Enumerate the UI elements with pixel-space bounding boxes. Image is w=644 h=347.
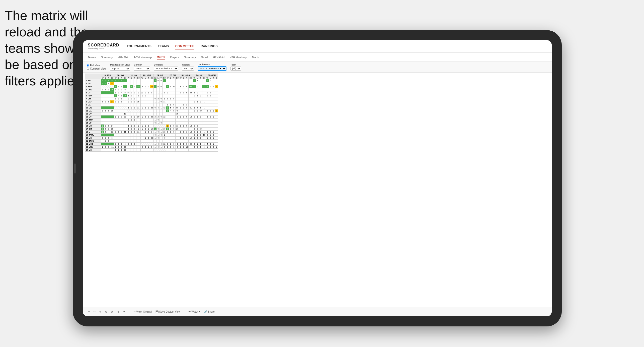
top-nav: SCOREBOARD Powered by clippd TOURNAMENTS… — [83, 40, 552, 53]
table-row: 23. UNM 200-21 20025 0010 1010 1010 1110… — [85, 146, 218, 149]
col-asu: 3. ASU — [101, 74, 114, 77]
tablet-screen: SCOREBOARD Powered by clippd TOURNAMENTS… — [83, 40, 552, 316]
view-options: Full View Compact View — [87, 64, 106, 70]
view-original-button[interactable]: 👁 View: Original — [133, 310, 152, 313]
nav-tournaments[interactable]: TOURNAMENTS — [127, 43, 152, 49]
subnav-h2hheatmap1[interactable]: H2H Heatmap — [134, 55, 152, 60]
zoom-out-button[interactable]: ⊖ — [105, 310, 107, 313]
subnav-summary1[interactable]: Summary — [101, 55, 113, 60]
nav-rankings[interactable]: RANKINGS — [201, 43, 218, 49]
table-row: 2. VU 12012 — [85, 82, 218, 85]
table-row: 17. GIT 10110 1101 10110 10110 01020 302… — [85, 128, 218, 131]
subnav-detail[interactable]: Detail — [201, 55, 208, 60]
matrix-scroll[interactable]: 3. ASU 10. UW 11. UA 22. UCB 24. UO 27. … — [83, 73, 552, 307]
col-ucla: 31. UCLA — [179, 74, 193, 77]
region-filter: Region N/A East West — [182, 64, 194, 71]
table-row: 1. AU 12023 010 20027 010 10 — [85, 79, 218, 82]
full-view-option[interactable]: Full View — [87, 64, 106, 67]
nav-items: TOURNAMENTS TEAMS COMMITTEE RANKINGS — [127, 43, 547, 49]
table-row: 16. UO 21014 1201 110 21011 11013 02 — [85, 125, 218, 128]
division-select[interactable]: NCAA Division I NCAA Division II NCAA Di… — [154, 67, 178, 71]
max-teams-select[interactable]: Top 25 Top 10 Top 50 — [110, 67, 130, 71]
matrix-table: 3. ASU 10. UW 11. UA 22. UCB 24. UO 27. … — [85, 74, 218, 152]
sch-asu-t: T — [107, 77, 110, 79]
undo-button[interactable]: ↩ — [88, 310, 90, 313]
logo-area: SCOREBOARD Powered by clippd — [88, 43, 119, 50]
nav-teams[interactable]: TEAMS — [158, 43, 169, 49]
nav-committee[interactable]: COMMITTEE — [175, 43, 195, 49]
table-row: 9. UA 010 01 — [85, 103, 218, 106]
share-button-toolbar[interactable]: 🔗 Share — [204, 310, 215, 313]
table-row: 4. UNC 10136 0110 — [85, 88, 218, 91]
table-row: 3. ASU 04080 050120 02048 100 0052 60016… — [85, 85, 218, 88]
division-filter: Division NCAA Division I NCAA Division I… — [154, 64, 178, 71]
save-custom-button[interactable]: 💾 Save Custom View — [155, 310, 180, 313]
col-ucb: 22. UCB — [141, 74, 154, 77]
table-row: 6. FSU 14025 101 10 010 02 — [85, 94, 218, 97]
sch-asu-dif: Dif — [110, 77, 114, 79]
col-ua: 11. UA — [127, 74, 141, 77]
subnav-teams[interactable]: Teams — [88, 55, 96, 60]
tablet-frame: SCOREBOARD Powered by clippd TOURNAMENTS… — [73, 30, 562, 326]
col-su: 27. SU — [166, 74, 179, 77]
subnav-players[interactable]: Players — [170, 55, 179, 60]
table-row: 11. UA 10010 34040 0320 3011 — [85, 109, 218, 112]
col-uw: 10. UW — [114, 74, 127, 77]
toolbar-divider2 — [184, 309, 184, 314]
logo-text: SCOREBOARD — [88, 43, 119, 47]
conference-filter: Conference Pac-12 Conference ▾ (All) — [198, 63, 226, 71]
sch-asu-l: L — [104, 77, 107, 79]
watch-button[interactable]: 👁 Watch ▾ — [188, 310, 200, 313]
bottom-toolbar: ↩ ↪ ↺ ⊖ ⊕- ⊕ ⟳ 👁 View: Original 💾 Save C… — [83, 307, 552, 316]
col-uo: 24. UO — [153, 74, 166, 77]
max-teams-filter: Max teams in view Top 25 Top 10 Top 50 — [110, 64, 130, 71]
reset-button[interactable]: ↺ — [99, 310, 101, 313]
subnav-matrix1[interactable]: Matrix — [157, 54, 165, 60]
table-row: 13. UT 22122 0230 12028 22012 0 21018 01… — [85, 115, 218, 119]
table-row: 14. TTU 010 10 — [85, 119, 218, 122]
table-row: 20. UG 010-34 1023 1040 01019 100 101 — [85, 137, 218, 140]
filter-row: Full View Compact View Max teams in view… — [83, 62, 552, 73]
subnav-matrix2[interactable]: Matrix — [252, 55, 260, 60]
subnav-h2hgrid1[interactable]: H2H Grid — [118, 55, 129, 60]
table-row: 24. UO 02029 — [85, 149, 218, 152]
table-row: 19. TAMU 0101 01013 010 — [85, 134, 218, 137]
team-filter: Team (All) — [230, 64, 241, 71]
logo-sub: Powered by clippd — [88, 47, 119, 50]
table-row: 15. UF 010 — [85, 122, 218, 125]
table-row: 7. UM 010 010 0201 010 — [85, 97, 218, 100]
conference-select[interactable]: Pac-12 Conference ▾ (All) — [198, 66, 226, 71]
region-select[interactable]: N/A East West — [182, 67, 194, 71]
table-row: 12. UV 10 15 — [85, 112, 218, 115]
corner-cell — [85, 74, 101, 79]
zoom-in-button[interactable]: ⊕ — [117, 310, 119, 313]
gender-select[interactable]: Men's Women's — [134, 67, 150, 71]
table-row: 8. UAF 01014 120 01015 11011 0101 — [85, 100, 218, 103]
table-row: 18. U 2011 10111 11011 101 10113 010 101… — [85, 131, 218, 134]
sub-nav: Teams Summary H2H Grid H2H Heatmap Matri… — [83, 53, 552, 62]
col-uu: 54. UU — [193, 74, 206, 77]
team-select[interactable]: (All) — [230, 67, 241, 71]
redo-button[interactable]: ↪ — [94, 310, 96, 313]
table-row: 21. ETSU 10 — [85, 140, 218, 143]
compact-view-option[interactable]: Compact View — [87, 67, 106, 70]
gender-filter: Gender Men's Women's — [134, 64, 150, 71]
col-osu: 57. OSU — [206, 74, 218, 77]
table-row: 22. UCB 1303 03044 14012 0103 03044 3118… — [85, 143, 218, 146]
zoom-fit-button[interactable]: ⊕- — [111, 310, 114, 313]
table-row: 5. UT 0140 35010 22010 110 2 01040 10 02 — [85, 91, 218, 94]
table-row: 10. UW 13011 13032 04172 25066 12051 145… — [85, 106, 218, 109]
subnav-h2hheatmap2[interactable]: H2H Heatmap — [229, 55, 247, 60]
sch-asu-w: W — [101, 77, 104, 79]
toolbar-divider — [129, 309, 129, 314]
subnav-h2hgrid2[interactable]: H2H Grid — [213, 55, 224, 60]
refresh-button[interactable]: ⟳ — [123, 310, 125, 313]
subnav-summary2[interactable]: Summary — [184, 55, 196, 60]
